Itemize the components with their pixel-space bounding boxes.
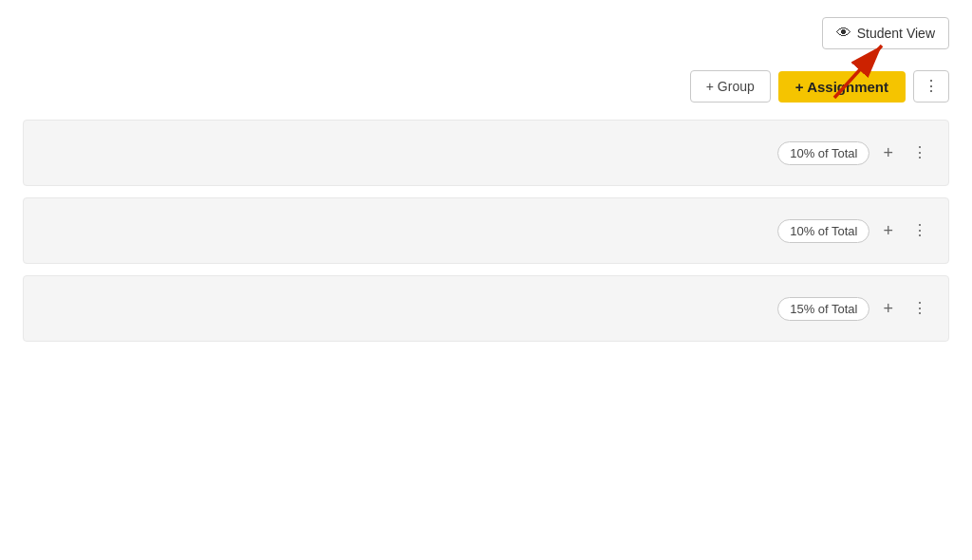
add-assignment-label: + Assignment — [795, 79, 888, 95]
more-options-icon: ⋮ — [924, 79, 939, 94]
more-options-button[interactable]: ⋮ — [913, 70, 949, 103]
group-row-1-more-button[interactable]: ⋮ — [907, 143, 933, 162]
group-row: 10% of Total + ⋮ — [23, 197, 949, 264]
glasses-icon: 👁︎ — [836, 25, 851, 42]
group-row-3-add-button[interactable]: + — [877, 298, 899, 319]
group-row-2-more-button[interactable]: ⋮ — [907, 221, 933, 240]
percent-badge-2: 10% of Total — [777, 219, 869, 243]
student-view-button[interactable]: 👁︎ Student View — [822, 17, 949, 49]
percent-badge-3: 15% of Total — [777, 297, 869, 321]
group-row-3-actions: 15% of Total + ⋮ — [777, 297, 933, 321]
group-row-2-add-button[interactable]: + — [877, 220, 899, 241]
percent-badge-1: 10% of Total — [777, 141, 869, 165]
group-row-1-actions: 10% of Total + ⋮ — [777, 141, 933, 165]
action-bar: + Group + Assignment ⋮ — [0, 61, 972, 112]
top-bar: 👁︎ Student View — [0, 0, 972, 61]
group-row-1-add-button[interactable]: + — [877, 142, 899, 163]
student-view-label: Student View — [857, 26, 935, 41]
group-row: 15% of Total + ⋮ — [23, 275, 949, 342]
group-row: 10% of Total + ⋮ — [23, 120, 949, 186]
groups-container: 10% of Total + ⋮ 10% of Total + ⋮ 15% of… — [0, 120, 972, 353]
add-assignment-button[interactable]: + Assignment — [778, 71, 906, 103]
group-row-3-more-button[interactable]: ⋮ — [907, 299, 933, 318]
add-group-label: + Group — [706, 79, 755, 94]
group-row-2-actions: 10% of Total + ⋮ — [777, 219, 933, 243]
page-container: 👁︎ Student View + Group + Assignment ⋮ 1… — [0, 0, 972, 560]
add-group-button[interactable]: + Group — [690, 70, 771, 103]
